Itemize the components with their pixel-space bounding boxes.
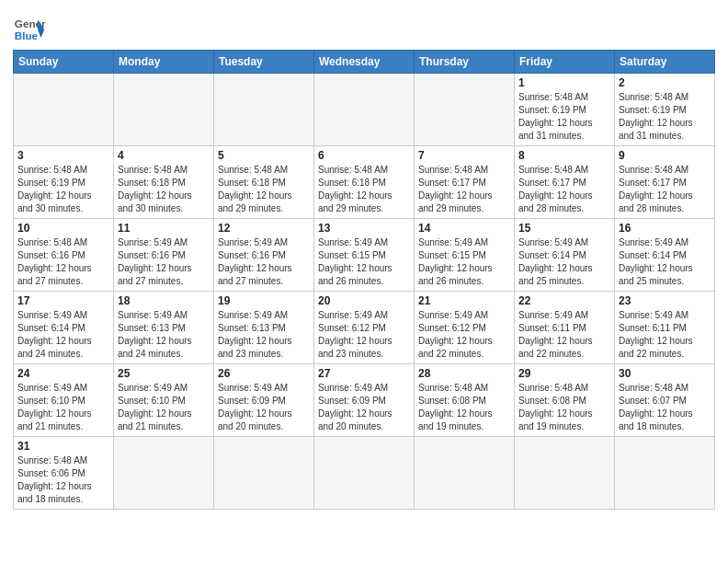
week-row-4: 24Sunrise: 5:49 AM Sunset: 6:10 PM Dayli… — [14, 364, 715, 437]
week-row-2: 10Sunrise: 5:48 AM Sunset: 6:16 PM Dayli… — [14, 219, 715, 292]
day-number: 8 — [518, 149, 610, 162]
day-cell: 5Sunrise: 5:48 AM Sunset: 6:18 PM Daylig… — [214, 146, 314, 219]
day-info: Sunrise: 5:48 AM Sunset: 6:19 PM Dayligh… — [619, 91, 711, 143]
day-header-tuesday: Tuesday — [214, 51, 314, 74]
day-cell — [114, 74, 214, 146]
day-cell: 27Sunrise: 5:49 AM Sunset: 6:09 PM Dayli… — [314, 364, 415, 437]
day-info: Sunrise: 5:49 AM Sunset: 6:16 PM Dayligh… — [118, 236, 210, 288]
day-cell: 26Sunrise: 5:49 AM Sunset: 6:09 PM Dayli… — [214, 364, 314, 437]
day-cell: 25Sunrise: 5:49 AM Sunset: 6:10 PM Dayli… — [114, 364, 214, 437]
day-cell: 12Sunrise: 5:49 AM Sunset: 6:16 PM Dayli… — [214, 219, 314, 292]
day-info: Sunrise: 5:48 AM Sunset: 6:19 PM Dayligh… — [17, 164, 109, 215]
day-info: Sunrise: 5:48 AM Sunset: 6:19 PM Dayligh… — [518, 91, 610, 143]
day-info: Sunrise: 5:49 AM Sunset: 6:14 PM Dayligh… — [17, 309, 109, 361]
day-info: Sunrise: 5:48 AM Sunset: 6:16 PM Dayligh… — [17, 236, 109, 288]
day-info: Sunrise: 5:49 AM Sunset: 6:16 PM Dayligh… — [218, 236, 310, 288]
day-info: Sunrise: 5:49 AM Sunset: 6:12 PM Dayligh… — [418, 309, 510, 361]
day-cell: 15Sunrise: 5:49 AM Sunset: 6:14 PM Dayli… — [515, 219, 615, 292]
day-cell: 4Sunrise: 5:48 AM Sunset: 6:18 PM Daylig… — [114, 146, 214, 219]
day-number: 14 — [418, 222, 510, 235]
day-number: 1 — [518, 76, 610, 89]
day-number: 13 — [318, 222, 410, 235]
day-info: Sunrise: 5:49 AM Sunset: 6:14 PM Dayligh… — [619, 236, 711, 288]
day-cell: 29Sunrise: 5:48 AM Sunset: 6:08 PM Dayli… — [515, 364, 615, 437]
day-cell — [415, 437, 515, 510]
day-info: Sunrise: 5:48 AM Sunset: 6:18 PM Dayligh… — [318, 164, 410, 215]
day-number: 30 — [619, 367, 711, 380]
day-number: 4 — [118, 149, 210, 162]
day-cell: 19Sunrise: 5:49 AM Sunset: 6:13 PM Dayli… — [214, 292, 314, 364]
day-info: Sunrise: 5:49 AM Sunset: 6:13 PM Dayligh… — [218, 309, 310, 361]
header: General Blue — [13, 9, 715, 46]
day-number: 21 — [418, 294, 510, 307]
day-number: 10 — [17, 222, 109, 235]
day-cell: 20Sunrise: 5:49 AM Sunset: 6:12 PM Dayli… — [314, 292, 415, 364]
svg-text:Blue: Blue — [15, 29, 39, 41]
day-number: 27 — [318, 367, 410, 380]
day-number: 20 — [318, 294, 410, 307]
day-info: Sunrise: 5:49 AM Sunset: 6:11 PM Dayligh… — [518, 309, 610, 361]
day-cell — [214, 74, 314, 146]
day-cell: 7Sunrise: 5:48 AM Sunset: 6:17 PM Daylig… — [415, 146, 515, 219]
day-number: 19 — [218, 294, 310, 307]
day-info: Sunrise: 5:48 AM Sunset: 6:06 PM Dayligh… — [17, 454, 109, 506]
day-info: Sunrise: 5:49 AM Sunset: 6:11 PM Dayligh… — [619, 309, 711, 361]
day-cell: 22Sunrise: 5:49 AM Sunset: 6:11 PM Dayli… — [515, 292, 615, 364]
week-row-1: 3Sunrise: 5:48 AM Sunset: 6:19 PM Daylig… — [14, 146, 715, 219]
day-number: 24 — [17, 367, 109, 380]
day-cell — [214, 437, 314, 510]
day-number: 25 — [118, 367, 210, 380]
day-number: 17 — [17, 294, 109, 307]
day-cell: 6Sunrise: 5:48 AM Sunset: 6:18 PM Daylig… — [314, 146, 415, 219]
logo: General Blue — [13, 13, 46, 46]
day-cell — [314, 74, 415, 146]
day-header-saturday: Saturday — [615, 51, 715, 74]
day-cell — [615, 437, 715, 510]
day-cell: 21Sunrise: 5:49 AM Sunset: 6:12 PM Dayli… — [415, 292, 515, 364]
week-row-5: 31Sunrise: 5:48 AM Sunset: 6:06 PM Dayli… — [14, 437, 715, 510]
day-cell — [114, 437, 214, 510]
day-cell: 24Sunrise: 5:49 AM Sunset: 6:10 PM Dayli… — [14, 364, 114, 437]
day-info: Sunrise: 5:48 AM Sunset: 6:08 PM Dayligh… — [418, 382, 510, 433]
day-number: 22 — [518, 294, 610, 307]
day-cell: 9Sunrise: 5:48 AM Sunset: 6:17 PM Daylig… — [615, 146, 715, 219]
day-info: Sunrise: 5:49 AM Sunset: 6:12 PM Dayligh… — [318, 309, 410, 361]
day-number: 16 — [619, 222, 711, 235]
day-number: 15 — [518, 222, 610, 235]
day-info: Sunrise: 5:48 AM Sunset: 6:07 PM Dayligh… — [619, 382, 711, 433]
day-number: 26 — [218, 367, 310, 380]
day-header-wednesday: Wednesday — [314, 51, 415, 74]
day-cell: 2Sunrise: 5:48 AM Sunset: 6:19 PM Daylig… — [615, 74, 715, 146]
day-cell — [415, 74, 515, 146]
day-number: 31 — [17, 440, 109, 453]
day-info: Sunrise: 5:48 AM Sunset: 6:08 PM Dayligh… — [518, 382, 610, 433]
day-number: 7 — [418, 149, 510, 162]
day-header-friday: Friday — [515, 51, 615, 74]
day-info: Sunrise: 5:48 AM Sunset: 6:17 PM Dayligh… — [518, 164, 610, 215]
day-number: 29 — [518, 367, 610, 380]
day-header-thursday: Thursday — [415, 51, 515, 74]
day-info: Sunrise: 5:49 AM Sunset: 6:09 PM Dayligh… — [218, 382, 310, 433]
day-cell: 23Sunrise: 5:49 AM Sunset: 6:11 PM Dayli… — [615, 292, 715, 364]
day-cell: 8Sunrise: 5:48 AM Sunset: 6:17 PM Daylig… — [515, 146, 615, 219]
day-cell — [515, 437, 615, 510]
day-number: 6 — [318, 149, 410, 162]
day-number: 18 — [118, 294, 210, 307]
day-number: 5 — [218, 149, 310, 162]
day-cell: 14Sunrise: 5:49 AM Sunset: 6:15 PM Dayli… — [415, 219, 515, 292]
page: General Blue SundayMondayTuesdayWednesda… — [0, 0, 728, 563]
day-header-monday: Monday — [114, 51, 214, 74]
day-cell: 28Sunrise: 5:48 AM Sunset: 6:08 PM Dayli… — [415, 364, 515, 437]
week-row-3: 17Sunrise: 5:49 AM Sunset: 6:14 PM Dayli… — [14, 292, 715, 364]
day-info: Sunrise: 5:48 AM Sunset: 6:17 PM Dayligh… — [418, 164, 510, 215]
header-row: SundayMondayTuesdayWednesdayThursdayFrid… — [14, 51, 715, 74]
logo-icon: General Blue — [13, 13, 46, 46]
day-header-sunday: Sunday — [14, 51, 114, 74]
day-cell: 11Sunrise: 5:49 AM Sunset: 6:16 PM Dayli… — [114, 219, 214, 292]
day-info: Sunrise: 5:48 AM Sunset: 6:17 PM Dayligh… — [619, 164, 711, 215]
day-cell: 13Sunrise: 5:49 AM Sunset: 6:15 PM Dayli… — [314, 219, 415, 292]
day-cell: 17Sunrise: 5:49 AM Sunset: 6:14 PM Dayli… — [14, 292, 114, 364]
day-number: 28 — [418, 367, 510, 380]
day-info: Sunrise: 5:49 AM Sunset: 6:14 PM Dayligh… — [518, 236, 610, 288]
day-number: 9 — [619, 149, 711, 162]
